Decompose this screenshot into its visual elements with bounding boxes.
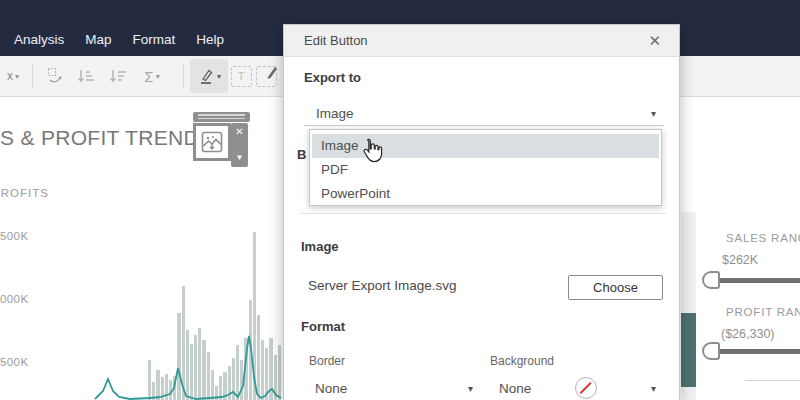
widget-menu-icon[interactable]: ▼	[236, 153, 244, 163]
bar	[278, 345, 281, 400]
export-to-label: Export to	[304, 70, 361, 85]
border-value: None	[315, 381, 347, 396]
export-dropdown-list: ImagePDFPowerPoint	[309, 129, 662, 206]
bar	[219, 376, 222, 400]
widget-drag-handle[interactable]	[193, 112, 250, 122]
bar	[161, 377, 164, 400]
bar	[177, 313, 180, 400]
bar	[274, 355, 277, 400]
dialog-titlebar: Edit Button ✕	[284, 25, 679, 57]
bar	[257, 315, 260, 400]
bar	[198, 328, 201, 400]
bar	[236, 345, 239, 400]
app-window: Analysis Map Format Help x▾	[0, 0, 800, 400]
slider-track[interactable]	[715, 278, 800, 283]
dropdown-option-powerpoint[interactable]: PowerPoint	[312, 182, 659, 206]
menu-format[interactable]: Format	[133, 32, 176, 47]
y-axis-tick: 000K	[0, 293, 28, 305]
widget-close-icon[interactable]: ✕	[235, 127, 243, 137]
annotate-icon[interactable]	[255, 56, 277, 96]
bar	[240, 360, 243, 400]
background-select[interactable]: None ▾	[491, 376, 664, 400]
bar	[215, 386, 218, 400]
toolbar-separator	[32, 63, 33, 89]
bar	[202, 340, 205, 400]
choose-button[interactable]: Choose	[568, 275, 663, 300]
sales-range-value: $262K	[722, 253, 758, 267]
dropdown-option-image[interactable]: Image	[312, 134, 659, 158]
slider-handle[interactable]	[702, 271, 720, 289]
edit-button-dialog: Edit Button ✕ Export to Image ▾ B ImageP…	[283, 24, 680, 400]
bar	[211, 370, 214, 400]
export-to-select[interactable]: Image ▾	[304, 101, 664, 126]
menu-map[interactable]: Map	[85, 32, 111, 47]
sort-descending-icon[interactable]	[108, 56, 128, 96]
bar	[265, 348, 268, 400]
chevron-down-icon: ▾	[217, 72, 221, 81]
chevron-down-icon: ▾	[651, 383, 656, 394]
export-to-value: Image	[316, 106, 354, 121]
profit-range-value: ($26,330)	[721, 327, 775, 341]
bar	[173, 376, 176, 400]
bar	[169, 380, 172, 400]
chevron-down-icon: ▾	[15, 72, 19, 81]
no-fill-color-icon	[575, 377, 597, 399]
background-label: Background	[490, 354, 554, 368]
bar	[228, 366, 231, 400]
bar	[269, 338, 272, 400]
slider-track[interactable]	[715, 349, 800, 354]
bar	[148, 360, 151, 400]
dialog-title: Edit Button	[304, 33, 648, 48]
bar	[190, 344, 193, 400]
border-select[interactable]: None ▾	[309, 376, 479, 400]
bar	[261, 340, 264, 400]
profit-range-label: PROFIT RANGE	[726, 306, 800, 318]
chevron-down-icon: ▾	[156, 72, 160, 81]
widget-controls: ✕ ▼	[231, 123, 248, 167]
y-axis-tick: 500K	[0, 356, 28, 368]
background-bar-column	[681, 212, 696, 400]
border-label: Border	[309, 354, 345, 368]
sales-range-label: SALES RANGE	[726, 232, 800, 244]
bar	[244, 338, 247, 400]
sales-bar-chart	[148, 220, 282, 400]
bar	[223, 372, 226, 400]
chevron-down-icon: ▾	[651, 108, 656, 119]
image-filename: Server Export Image.svg	[308, 278, 457, 293]
menu-help[interactable]: Help	[196, 32, 224, 47]
export-button-widget[interactable]: ✕ ▼	[193, 112, 250, 167]
menu-analysis[interactable]: Analysis	[14, 32, 64, 47]
sales-range-slider[interactable]	[702, 271, 800, 289]
format-section-label: Format	[301, 319, 345, 334]
profit-range-slider[interactable]	[702, 342, 800, 360]
bar	[207, 352, 210, 400]
clipped-section-label: B	[297, 147, 306, 162]
y-axis-tick: 500K	[0, 230, 28, 242]
bar	[165, 374, 168, 400]
bar	[152, 382, 155, 400]
bar	[186, 330, 189, 400]
close-icon[interactable]: ✕	[648, 32, 661, 50]
slider-handle[interactable]	[702, 342, 720, 360]
sort-ascending-icon[interactable]	[76, 56, 96, 96]
bar	[156, 370, 159, 400]
highlight-pen-button[interactable]: ▾	[190, 59, 228, 93]
bar	[232, 358, 235, 400]
chevron-down-icon: ▾	[468, 383, 473, 394]
dashboard-title: S & PROFIT TRENDS |	[0, 126, 225, 150]
bar	[194, 335, 197, 400]
bar	[182, 286, 185, 400]
bar	[249, 300, 252, 400]
profits-section-label: PROFITS	[0, 187, 49, 199]
swap-axes-icon[interactable]	[45, 56, 67, 96]
panel-divider	[745, 380, 800, 381]
image-section-label: Image	[301, 239, 339, 254]
section-divider	[300, 213, 666, 214]
background-value: None	[499, 381, 531, 396]
text-object-icon: T	[230, 56, 252, 96]
dropdown-option-pdf[interactable]: PDF	[312, 158, 659, 182]
fit-dropdown[interactable]: x▾	[0, 56, 26, 96]
bar	[253, 232, 256, 400]
totals-sigma-icon[interactable]: Σ▾	[138, 56, 166, 96]
toolbar-separator	[183, 63, 184, 89]
